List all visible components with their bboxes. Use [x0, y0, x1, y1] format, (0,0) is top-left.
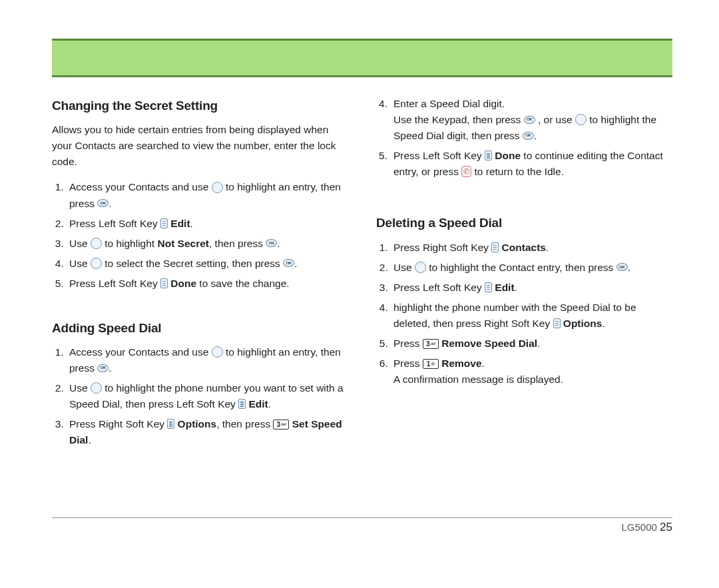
list-item: Press Right Soft Key Contacts. — [391, 240, 672, 256]
steps-list-continued: Enter a Speed Dial digit. Use the Keypad… — [376, 96, 672, 180]
content-columns: Changing the Secret Setting Allows you t… — [52, 96, 672, 475]
ok-key-icon: OK — [616, 263, 628, 271]
ok-key-icon: OK — [97, 199, 109, 207]
nav-key-icon — [575, 114, 587, 125]
key-3-icon: 3def — [273, 420, 289, 430]
list-item: Enter a Speed Dial digit. Use the Keypad… — [376, 96, 672, 144]
nav-key-icon — [212, 182, 223, 193]
list-item: Access your Contacts and use to highligh… — [67, 179, 348, 211]
model-label: LG5000 — [622, 521, 657, 533]
key-1-icon: 1@ — [423, 359, 439, 369]
ok-key-icon: OK — [524, 116, 535, 124]
softkey-icon — [491, 242, 499, 252]
section-heading: Adding Speed Dial — [52, 318, 348, 338]
nav-key-icon — [91, 238, 102, 249]
nav-key-icon — [91, 382, 102, 394]
list-item: Use to highlight the phone number you wa… — [67, 380, 348, 412]
page-number: 25 — [660, 521, 672, 533]
softkey-icon — [485, 150, 492, 160]
list-item: Use to highlight the Contact entry, then… — [391, 260, 672, 276]
softkey-icon — [553, 318, 561, 328]
section-intro: Allows you to hide certain entries from … — [52, 122, 348, 170]
list-item: Press Left Soft Key Edit. — [391, 280, 672, 296]
section-heading: Changing the Secret Setting — [52, 96, 348, 115]
steps-list: Access your Contacts and use to highligh… — [52, 179, 348, 291]
ok-key-icon: OK — [523, 132, 534, 140]
key-3-icon: 3def — [423, 339, 439, 349]
list-item: Press Left Soft Key Edit. — [67, 216, 348, 232]
left-column: Changing the Secret Setting Allows you t… — [52, 96, 348, 475]
right-column: Enter a Speed Dial digit. Use the Keypad… — [376, 96, 672, 475]
list-item: Press 3def Remove Speed Dial. — [391, 336, 672, 352]
list-item: Use to select the Secret setting, then p… — [67, 256, 348, 272]
nav-key-icon — [91, 258, 102, 269]
section-heading: Deleting a Speed Dial — [376, 213, 672, 232]
footer-rule — [52, 517, 672, 518]
ok-key-icon: OK — [266, 239, 277, 247]
list-item: Use to highlight Not Secret, then press … — [67, 236, 348, 252]
list-item: highlight the phone number with the Spee… — [391, 300, 672, 332]
softkey-icon — [160, 218, 168, 228]
nav-key-icon — [212, 346, 223, 358]
manual-page: Changing the Secret Setting Allows you t… — [0, 0, 719, 588]
page-footer: LG5000 25 — [622, 519, 672, 536]
steps-list: Access your Contacts and use to highligh… — [52, 344, 348, 448]
ok-key-icon: OK — [283, 259, 294, 267]
end-key-icon — [461, 166, 471, 177]
softkey-icon — [167, 419, 174, 429]
ok-key-icon: OK — [97, 364, 109, 372]
steps-list: Press Right Soft Key Contacts. Use to hi… — [376, 240, 672, 388]
header-band — [52, 39, 672, 77]
softkey-icon — [485, 282, 492, 292]
list-item: Press Right Soft Key Options, then press… — [67, 416, 348, 448]
list-item: Press Left Soft Key Done to continue edi… — [376, 148, 672, 180]
list-item: Press 1@ Remove. A confirmation message … — [391, 356, 672, 388]
softkey-icon — [160, 278, 168, 288]
softkey-icon — [238, 399, 246, 409]
nav-key-icon — [415, 262, 426, 273]
list-item: Press Left Soft Key Done to save the cha… — [67, 276, 348, 292]
list-item: Access your Contacts and use to highligh… — [67, 344, 348, 376]
